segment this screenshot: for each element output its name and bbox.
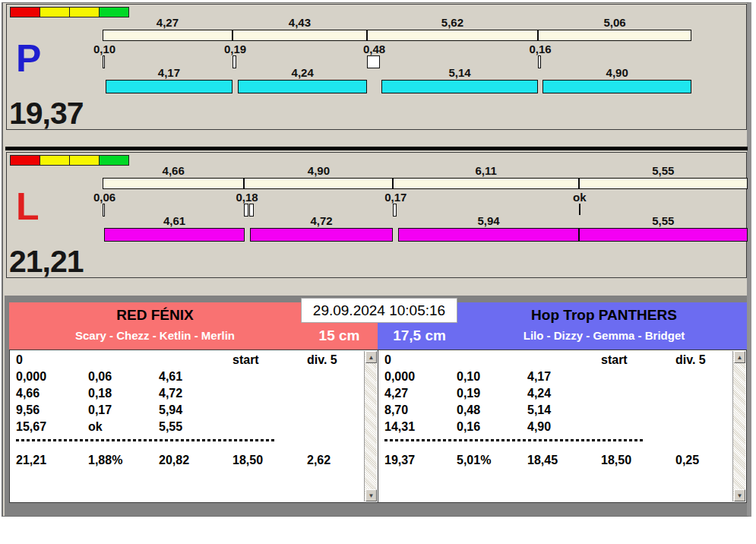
traffic-light-cell	[99, 7, 129, 17]
table-cell: 18,45	[527, 454, 558, 467]
run-time-label: 5,55	[652, 214, 674, 227]
split-time-label: 5,06	[603, 16, 625, 29]
table-cell: 4,17	[527, 370, 551, 384]
changeover-box	[103, 55, 105, 68]
changeover-box	[538, 55, 541, 68]
team-info: RED FÉNIX Scary - Chezz - Ketlin - Merli…	[9, 302, 301, 349]
lane-letter: P	[16, 40, 41, 77]
changeover-label: 0,06	[93, 191, 115, 204]
lane-total-time: 21,21	[9, 244, 84, 280]
table-cell: 5,94	[159, 403, 182, 417]
run-time-label: 5,94	[477, 214, 499, 227]
run-bar	[104, 228, 244, 242]
table-cell: 18,50	[232, 454, 263, 467]
changeover-box	[393, 204, 397, 217]
table-cell: 19,37	[384, 454, 415, 467]
table-cell: ok	[88, 420, 103, 434]
run-time-label: 4,61	[163, 214, 185, 227]
split-segment	[393, 178, 578, 189]
split-time-label: 4,43	[289, 16, 311, 29]
results-section: RED FÉNIX Scary - Chezz - Ketlin - Merli…	[5, 296, 747, 516]
split-segment	[367, 30, 538, 41]
split-segment	[232, 30, 367, 41]
results-table-right: 0startdiv. 50,0000,104,174,270,194,248,7…	[378, 349, 747, 503]
table-cell: 0,25	[675, 454, 699, 467]
table-cell: 21,21	[16, 454, 46, 467]
table-cell: 4,24	[527, 387, 551, 400]
traffic-light-indicator	[10, 7, 129, 17]
changeover-box	[103, 204, 105, 217]
team-info: Hop Trop PANTHERS Lilo - Dizzy - Gemma -…	[461, 302, 747, 349]
table-cell: 0,17	[88, 403, 112, 417]
table-cell: 4,61	[159, 370, 182, 384]
table-cell: 9,56	[16, 403, 40, 417]
changeover-box	[244, 204, 248, 217]
table-cell: 0,48	[457, 403, 480, 417]
run-bar	[238, 80, 367, 93]
changeover-box	[367, 55, 380, 68]
changeover-label: 0,48	[363, 43, 385, 55]
summary-separator	[16, 439, 274, 441]
scroll-down-button[interactable]: ▼	[365, 489, 377, 501]
run-time-label: 5,14	[448, 66, 470, 79]
split-segment	[103, 30, 232, 41]
table-cell: 0,16	[457, 420, 480, 434]
changeover-box	[249, 204, 254, 217]
lane-panel-right: P19,374,270,104,174,430,194,245,620,485,…	[6, 4, 747, 130]
table-cell: div. 5	[675, 353, 706, 367]
datetime-display: 29.09.2024 10:05:16	[301, 298, 457, 323]
ok-changeover-tick	[579, 204, 580, 215]
split-segment	[103, 178, 244, 189]
table-cell: 4,90	[527, 420, 551, 434]
traffic-light-cell	[69, 155, 100, 166]
lane-total-time: 19,37	[9, 96, 84, 131]
run-time-label: 4,90	[606, 66, 628, 79]
table-cell: 5,55	[159, 420, 182, 434]
changeover-label: ok	[573, 191, 587, 204]
table-cell: 5,14	[527, 403, 551, 417]
changeover-box	[232, 55, 237, 68]
split-time-label: 4,90	[308, 164, 330, 177]
traffic-light-cell	[40, 7, 70, 17]
table-cell: start	[601, 353, 628, 367]
jump-height-badge: 15 cm	[301, 326, 378, 347]
team-members: Scary - Chezz - Ketlin - Merlin	[9, 326, 301, 347]
table-cell: 4,27	[384, 387, 408, 400]
run-bar	[542, 80, 691, 93]
scroll-down-button[interactable]: ▼	[734, 489, 745, 501]
traffic-light-cell	[10, 155, 40, 166]
table-cell: 5,01%	[457, 454, 491, 467]
vertical-scrollbar[interactable]: ▲▼	[364, 351, 377, 501]
scroll-up-button[interactable]: ▲	[734, 351, 745, 363]
table-cell: 15,67	[16, 420, 46, 434]
run-bar	[381, 80, 538, 93]
summary-separator	[384, 439, 643, 441]
split-time-label: 5,62	[441, 16, 463, 29]
vertical-scrollbar[interactable]: ▲▼	[732, 351, 745, 501]
table-cell: 0,06	[88, 370, 112, 384]
team-name: RED FÉNIX	[9, 302, 301, 326]
team-members: Lilo - Dizzy - Gemma - Bridget	[461, 326, 747, 347]
table-cell: 8,70	[384, 403, 408, 417]
split-segment	[244, 178, 393, 189]
lane-panel-left: L21,214,660,064,614,900,184,726,110,175,…	[6, 152, 747, 278]
table-cell: 0	[384, 353, 391, 367]
changeover-label: 0,10	[93, 43, 115, 55]
split-segment	[579, 178, 748, 189]
split-segment	[538, 30, 691, 41]
table-cell: 1,88%	[88, 454, 122, 467]
table-cell: 0,10	[457, 370, 480, 384]
jump-height-badge: 17,5 cm	[378, 326, 461, 347]
run-time-label: 4,24	[292, 66, 314, 79]
changeover-label: 0,18	[236, 191, 258, 204]
split-time-label: 4,27	[157, 16, 179, 29]
table-cell: 4,66	[16, 387, 40, 400]
scroll-up-button[interactable]: ▲	[365, 351, 377, 363]
table-cell: 0,000	[16, 370, 46, 384]
traffic-light-cell	[99, 155, 129, 166]
split-time-label: 6,11	[475, 164, 496, 177]
table-cell: div. 5	[307, 353, 337, 367]
run-bar	[579, 228, 748, 242]
table-cell: 4,72	[159, 387, 182, 400]
traffic-light-cell	[10, 7, 40, 17]
